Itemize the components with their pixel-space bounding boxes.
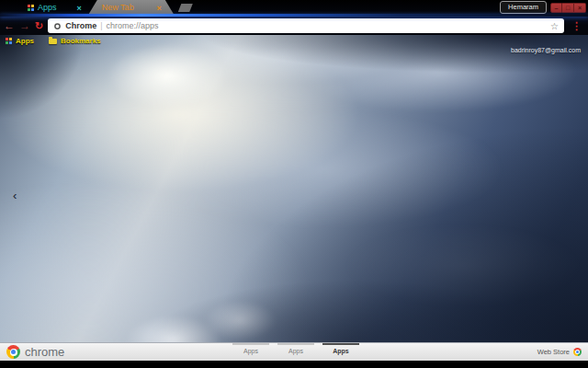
tab-new-tab-label: New Tab	[102, 4, 157, 12]
chrome-brand: chrome	[0, 345, 64, 359]
site-label: Chrome	[65, 21, 96, 30]
close-icon[interactable]: ×	[574, 3, 586, 13]
close-tab-icon[interactable]: ×	[77, 4, 82, 13]
launcher-tab-apps-1[interactable]: Apps	[232, 343, 269, 361]
close-tab-icon[interactable]: ×	[157, 4, 162, 13]
launcher-tabs: Apps Apps Apps	[232, 343, 359, 361]
url-separator: |	[100, 21, 102, 30]
bookmarks-bar-apps-label: Apps	[16, 38, 34, 45]
launcher-tab-label: Apps	[243, 348, 258, 354]
account-email-text: badrinroy87@gmail.com	[511, 47, 581, 53]
new-tab-button[interactable]	[178, 4, 193, 12]
url-text: chrome://apps	[107, 21, 159, 30]
window-controls: Hemaram – □ ×	[500, 0, 588, 14]
toolbar: ← → ↻ Chrome | chrome://apps ☆ ⋮	[0, 17, 588, 35]
back-icon[interactable]: ←	[4, 20, 15, 31]
reload-icon[interactable]: ↻	[35, 21, 43, 31]
window-bottom-edge	[0, 361, 588, 368]
web-store-icon	[573, 348, 582, 356]
profile-button[interactable]: Hemaram	[500, 1, 547, 14]
launcher-tab-label: Apps	[288, 348, 303, 354]
minimize-icon[interactable]: –	[550, 3, 562, 13]
tab-indicator	[232, 343, 269, 345]
folder-icon	[49, 39, 57, 44]
launcher-bar: chrome Apps Apps Apps Web Store	[0, 342, 588, 361]
bookmarks-bar-bookmarks-label: Bookmarks	[61, 38, 101, 45]
site-gear-icon	[53, 22, 62, 30]
tab-indicator	[277, 343, 314, 345]
address-bar[interactable]: Chrome | chrome://apps ☆	[48, 18, 564, 33]
bookmark-star-icon[interactable]: ☆	[550, 21, 559, 31]
launcher-tab-apps-2[interactable]: Apps	[277, 343, 314, 361]
tab-apps-label: Apps	[38, 4, 57, 12]
apps-grid-icon	[28, 5, 34, 11]
launcher-tab-label: Apps	[333, 348, 349, 354]
browser-window: Apps × New Tab × Hemaram – □ × ← → ↻ Chr…	[0, 0, 588, 368]
restore-icon[interactable]: □	[562, 3, 574, 13]
earth-photo-shading	[0, 35, 588, 342]
apps-grid-icon	[6, 38, 12, 44]
web-store-label: Web Store	[537, 348, 570, 356]
bookmarks-bar-apps[interactable]: Apps	[6, 38, 34, 45]
tab-strip: Apps × New Tab × Hemaram – □ ×	[0, 0, 588, 14]
launcher-tab-apps-3[interactable]: Apps	[322, 343, 359, 361]
bookmarks-bar: Apps Bookmarks	[0, 35, 588, 47]
tab-apps[interactable]: Apps ×	[28, 0, 82, 14]
window-buttons: – □ ×	[550, 3, 586, 13]
chrome-logo-icon	[6, 345, 20, 359]
chrome-brand-label: chrome	[25, 346, 64, 358]
bookmarks-bar-bookmarks[interactable]: Bookmarks	[49, 38, 101, 45]
theme-glow-divider	[0, 14, 588, 17]
page-content: Apps Bookmarks badrinroy87@gmail.com ‹	[0, 35, 588, 342]
menu-kebab-icon[interactable]: ⋮	[569, 20, 584, 32]
previous-page-chevron-icon[interactable]: ‹	[13, 190, 17, 201]
tab-new-tab[interactable]: New Tab ×	[89, 0, 174, 14]
web-store-link[interactable]: Web Store	[537, 348, 588, 356]
tab-indicator	[322, 343, 359, 345]
forward-icon[interactable]: →	[19, 20, 30, 31]
